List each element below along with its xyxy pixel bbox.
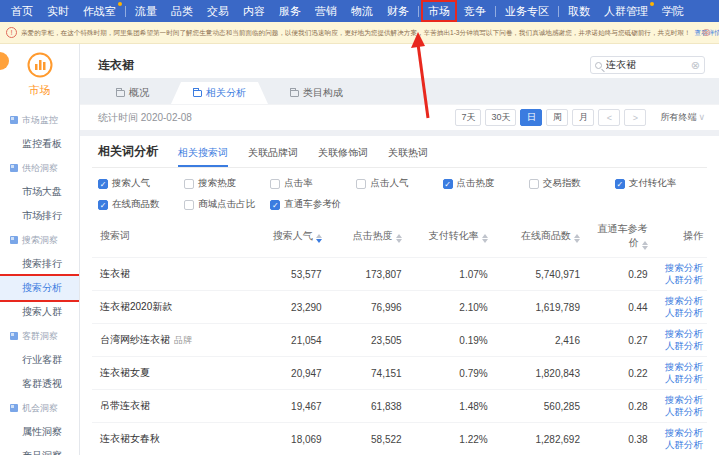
filter-click-rate[interactable]: 点击率: [270, 177, 356, 190]
sidebar-item-market-overview[interactable]: 市场大盘: [0, 180, 79, 204]
sidebar-item-search-analysis[interactable]: 搜索分析: [0, 276, 79, 300]
ptab-brand-words[interactable]: 关联品牌词: [248, 146, 298, 167]
sidebar-item-market-ranking[interactable]: 市场排行: [0, 204, 79, 228]
search-analysis-link[interactable]: 搜索分析: [656, 394, 703, 406]
nav-item-home[interactable]: 首页: [4, 0, 40, 22]
range-7d-button[interactable]: 7天: [455, 109, 481, 126]
sidebar-item-attribute-insight[interactable]: 属性洞察: [0, 420, 79, 444]
chart-icon: [10, 116, 18, 124]
sidebar-item-industry-customers[interactable]: 行业客群: [0, 348, 79, 372]
nav-item-category[interactable]: 品类: [164, 0, 200, 22]
keyword-cell[interactable]: 台湾网纱连衣裙品牌: [92, 324, 240, 357]
filter-search-popularity[interactable]: 搜索人气: [98, 177, 184, 190]
filter-search-heat[interactable]: 搜索热度: [184, 177, 270, 190]
value-cell: 0.29: [584, 258, 652, 291]
panel-title: 相关词分析: [98, 143, 158, 167]
filter-pay-conversion[interactable]: 支付转化率: [615, 177, 701, 190]
value-cell: 173,807: [326, 258, 406, 291]
keyword-cell[interactable]: 吊带连衣裙: [92, 390, 240, 423]
nav-item-logistics[interactable]: 物流: [344, 0, 380, 22]
tab-related-analysis[interactable]: 相关分析: [171, 82, 268, 104]
sort-icon[interactable]: [482, 234, 488, 243]
notification-dot-icon: [118, 2, 122, 6]
info-icon: !: [6, 27, 17, 38]
prev-period-button[interactable]: <: [598, 109, 620, 126]
nav-item-academy[interactable]: 学院: [655, 0, 691, 22]
filter-click-heat[interactable]: 点击热度: [443, 177, 529, 190]
related-words-panel: 相关词分析 相关搜索词 关联品牌词 关联修饰词 关联热词 搜索人气 搜索热度 点…: [80, 136, 719, 455]
value-cell: 23,505: [326, 324, 406, 357]
keyword-cell[interactable]: 连衣裙2020新款: [92, 291, 240, 324]
crowd-analysis-link[interactable]: 人群分析: [656, 274, 703, 286]
keyword-searchbox[interactable]: ⊗: [590, 56, 705, 74]
terminal-select[interactable]: 所有终端∨: [660, 111, 705, 124]
crowd-analysis-link[interactable]: 人群分析: [656, 439, 703, 451]
search-analysis-link[interactable]: 搜索分析: [656, 427, 703, 439]
checkbox-icon: [98, 200, 108, 210]
keyword-cell[interactable]: 连衣裙女夏: [92, 357, 240, 390]
search-analysis-link[interactable]: 搜索分析: [656, 262, 703, 274]
table-header-row: 搜索词 搜索人气 点击热度 支付转化率 在线商品数 直通车参考价 操作: [92, 215, 707, 258]
sidebar-item-customer-xray[interactable]: 客群透视: [0, 372, 79, 396]
ptab-hot-words[interactable]: 关联热词: [388, 146, 428, 167]
col-pay-conversion[interactable]: 支付转化率: [406, 215, 492, 258]
sidebar-item-search-ranking[interactable]: 搜索排行: [0, 252, 79, 276]
filter-trade-index[interactable]: 交易指数: [529, 177, 615, 190]
close-icon[interactable]: ⊗: [702, 26, 711, 39]
col-search-popularity[interactable]: 搜索人气: [240, 215, 326, 258]
value-cell: 1,820,843: [492, 357, 584, 390]
col-ztc-price[interactable]: 直通车参考价: [584, 215, 652, 258]
col-online-items[interactable]: 在线商品数: [492, 215, 584, 258]
sort-icon[interactable]: [316, 234, 322, 243]
sidebar-item-product-insight[interactable]: 产品洞察: [0, 444, 79, 455]
search-input[interactable]: [606, 60, 691, 71]
nav-item-biz-zone[interactable]: 业务专区: [498, 0, 556, 22]
search-analysis-link[interactable]: 搜索分析: [656, 361, 703, 373]
value-cell: 0.19%: [406, 324, 492, 357]
sort-icon[interactable]: [396, 234, 402, 243]
keyword-cell[interactable]: 连衣裙: [92, 258, 240, 291]
keyword-cell[interactable]: 连衣裙女春秋: [92, 423, 240, 455]
ptab-modifier-words[interactable]: 关联修饰词: [318, 146, 368, 167]
range-month-button[interactable]: 月: [572, 109, 594, 126]
filter-mall-click-share[interactable]: 商城点击占比: [184, 198, 270, 211]
nav-item-finance[interactable]: 财务: [380, 0, 416, 22]
filter-online-items[interactable]: 在线商品数: [98, 198, 184, 211]
nav-item-realtime[interactable]: 实时: [40, 0, 76, 22]
value-cell: 21,054: [240, 324, 326, 357]
crowd-analysis-link[interactable]: 人群分析: [656, 373, 703, 385]
nav-item-crowd-mgmt[interactable]: 人群管理: [597, 0, 655, 22]
nav-item-content[interactable]: 内容: [236, 0, 272, 22]
nav-item-marketing[interactable]: 营销: [308, 0, 344, 22]
crowd-analysis-link[interactable]: 人群分析: [656, 406, 703, 418]
sort-icon[interactable]: [642, 241, 648, 250]
crowd-analysis-link[interactable]: 人群分析: [656, 340, 703, 352]
tab-overview[interactable]: 概况: [94, 82, 171, 104]
search-analysis-link[interactable]: 搜索分析: [656, 295, 703, 307]
sidebar-item-search-crowd[interactable]: 搜索人群: [0, 300, 79, 324]
filter-click-popularity[interactable]: 点击人气: [356, 177, 442, 190]
filter-ztc-ref-price[interactable]: 直通车参考价: [270, 198, 356, 211]
range-week-button[interactable]: 周: [546, 109, 568, 126]
sort-icon[interactable]: [574, 234, 580, 243]
search-analysis-link[interactable]: 搜索分析: [656, 328, 703, 340]
nav-item-traffic[interactable]: 流量: [128, 0, 164, 22]
range-30d-button[interactable]: 30天: [485, 109, 516, 126]
sidebar-section-customer-insight: 客群洞察: [0, 324, 79, 348]
next-period-button[interactable]: >: [624, 109, 646, 126]
brand-badge: 品牌: [174, 335, 192, 345]
tab-category-composition[interactable]: 类目构成: [268, 82, 365, 104]
nav-item-service[interactable]: 服务: [272, 0, 308, 22]
col-click-heat[interactable]: 点击热度: [326, 215, 406, 258]
nav-item-data-fetch[interactable]: 取数: [561, 0, 597, 22]
crowd-analysis-link[interactable]: 人群分析: [656, 307, 703, 319]
nav-item-competition[interactable]: 竞争: [457, 0, 493, 22]
page-title: 连衣裙: [98, 57, 134, 74]
nav-item-trade[interactable]: 交易: [200, 0, 236, 22]
nav-item-warroom[interactable]: 作战室: [76, 0, 123, 22]
nav-item-market[interactable]: 市场: [421, 0, 457, 22]
clear-icon[interactable]: ⊗: [691, 59, 700, 72]
sidebar-item-monitor-board[interactable]: 监控看板: [0, 132, 79, 156]
ptab-related-search-words[interactable]: 相关搜索词: [178, 146, 228, 167]
range-day-button[interactable]: 日: [520, 109, 542, 126]
